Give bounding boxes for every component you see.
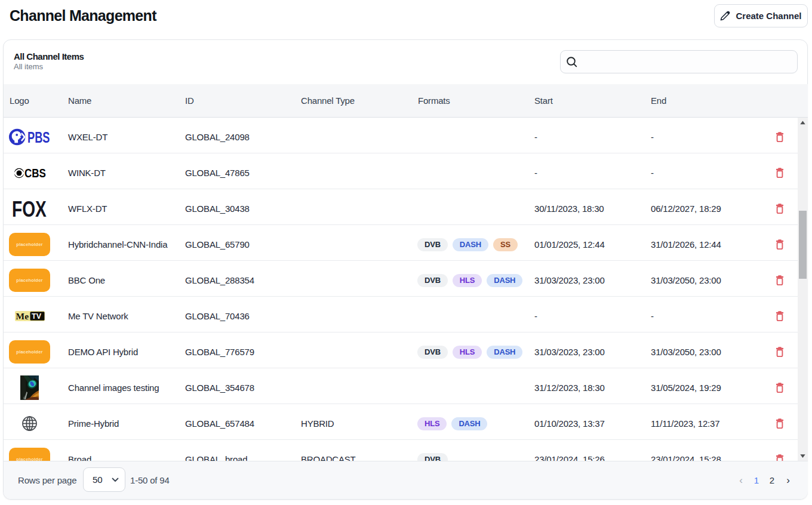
svg-text:PBS: PBS xyxy=(27,129,50,146)
svg-text:CBS: CBS xyxy=(24,166,46,180)
svg-text:FOX: FOX xyxy=(12,201,47,217)
svg-text:TV: TV xyxy=(32,312,42,321)
svg-text:Me: Me xyxy=(16,311,29,321)
